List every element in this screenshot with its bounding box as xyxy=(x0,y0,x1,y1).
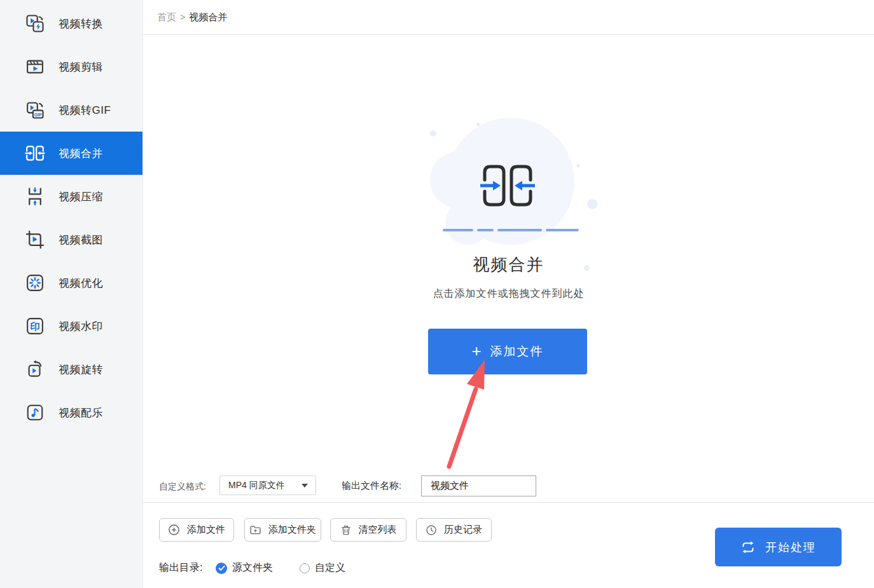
svg-text:印: 印 xyxy=(31,321,40,332)
sidebar-item-video-watermark[interactable]: 印 视频水印 xyxy=(0,304,142,348)
sidebar-item-label: 视频合并 xyxy=(59,146,103,161)
sidebar-item-label: 视频截图 xyxy=(59,233,103,247)
toolbar-add-folder-button[interactable]: 添加文件夹 xyxy=(244,518,321,542)
video-optimize-icon xyxy=(24,272,46,294)
folder-plus-icon xyxy=(249,524,261,536)
video-edit-icon xyxy=(24,56,46,78)
merge-illustration-icon xyxy=(479,163,536,211)
output-dir-label: 输出目录: xyxy=(159,561,202,575)
sidebar-item-video-merge[interactable]: 视频合并 xyxy=(0,132,142,175)
format-dropdown[interactable]: MP4 同原文件 xyxy=(219,475,316,495)
sidebar-item-video-music[interactable]: 视频配乐 xyxy=(0,391,142,434)
plus-icon: + xyxy=(471,343,481,359)
sidebar-item-label: 视频压缩 xyxy=(59,189,103,204)
radio-custom[interactable]: 自定义 xyxy=(300,561,345,575)
video-to-gif-icon: GIF xyxy=(24,99,46,121)
format-value: MP4 同原文件 xyxy=(228,480,302,491)
decor-plus: + xyxy=(476,120,481,129)
add-files-button[interactable]: + 添加文件 xyxy=(428,329,587,374)
sidebar-item-label: 视频转换 xyxy=(59,17,103,31)
start-processing-button[interactable]: 开始处理 xyxy=(715,528,842,566)
output-name-label: 输出文件名称: xyxy=(342,480,401,492)
sidebar-item-label: 视频剪辑 xyxy=(59,60,103,74)
sidebar-item-label: 视频水印 xyxy=(59,319,103,334)
toolbar-history-button[interactable]: 历史记录 xyxy=(416,518,492,542)
empty-state-subtitle: 点击添加文件或拖拽文件到此处 xyxy=(143,287,874,301)
radio-source-folder[interactable]: 源文件夹 xyxy=(216,561,273,575)
sidebar-item-video-edit[interactable]: 视频剪辑 xyxy=(0,45,142,88)
toolbar-clear-list-button[interactable]: 清空列表 xyxy=(330,518,406,542)
sidebar-item-video-to-gif[interactable]: GIF 视频转GIF xyxy=(0,88,142,132)
sidebar-item-video-optimize[interactable]: 视频优化 xyxy=(0,261,142,304)
trash-icon xyxy=(340,524,352,536)
video-compress-icon xyxy=(24,186,46,207)
breadcrumb-separator: > xyxy=(180,12,185,22)
format-label: 自定义格式: xyxy=(159,481,206,493)
decor-dot xyxy=(587,199,597,209)
toolbar-add-file-button[interactable]: 添加文件 xyxy=(159,518,234,542)
svg-text:GIF: GIF xyxy=(34,113,42,117)
video-watermark-icon: 印 xyxy=(24,315,46,337)
breadcrumb-current: 视频合并 xyxy=(189,11,227,24)
chevron-down-icon xyxy=(302,484,308,488)
sidebar-item-video-rotate[interactable]: 视频旋转 xyxy=(0,348,142,391)
decor-dot xyxy=(430,130,436,137)
video-screenshot-icon xyxy=(24,229,46,250)
video-rotate-icon xyxy=(24,359,46,380)
clock-icon xyxy=(426,524,437,536)
radio-unchecked-icon xyxy=(300,563,310,573)
video-music-icon xyxy=(24,402,46,423)
video-merge-icon xyxy=(24,142,46,164)
sidebar-item-video-screenshot[interactable]: 视频截图 xyxy=(0,218,142,261)
process-loop-icon xyxy=(740,540,756,554)
empty-state-title: 视频合并 xyxy=(143,254,874,276)
circle-plus-icon xyxy=(168,524,180,536)
breadcrumb-home-link[interactable]: 首页 xyxy=(157,11,176,24)
sidebar-item-video-compress[interactable]: 视频压缩 xyxy=(0,175,142,218)
sidebar-item-label: 视频优化 xyxy=(59,276,103,291)
breadcrumb: 首页 > 视频合并 xyxy=(143,0,874,35)
decor-plus: + xyxy=(576,161,581,170)
divider xyxy=(143,502,874,503)
radio-checked-icon xyxy=(216,563,227,574)
sidebar-item-video-convert[interactable]: 视频转换 xyxy=(0,2,142,45)
sidebar-item-label: 视频转GIF xyxy=(59,103,111,118)
illustration-dashed-line xyxy=(443,229,580,231)
output-name-input[interactable] xyxy=(421,475,536,496)
sidebar-item-label: 视频配乐 xyxy=(59,406,103,420)
sidebar-item-label: 视频旋转 xyxy=(59,362,103,377)
video-convert-icon xyxy=(24,13,46,34)
sidebar: 视频转换 视频剪辑 GIF 视频转GIF xyxy=(0,0,143,588)
